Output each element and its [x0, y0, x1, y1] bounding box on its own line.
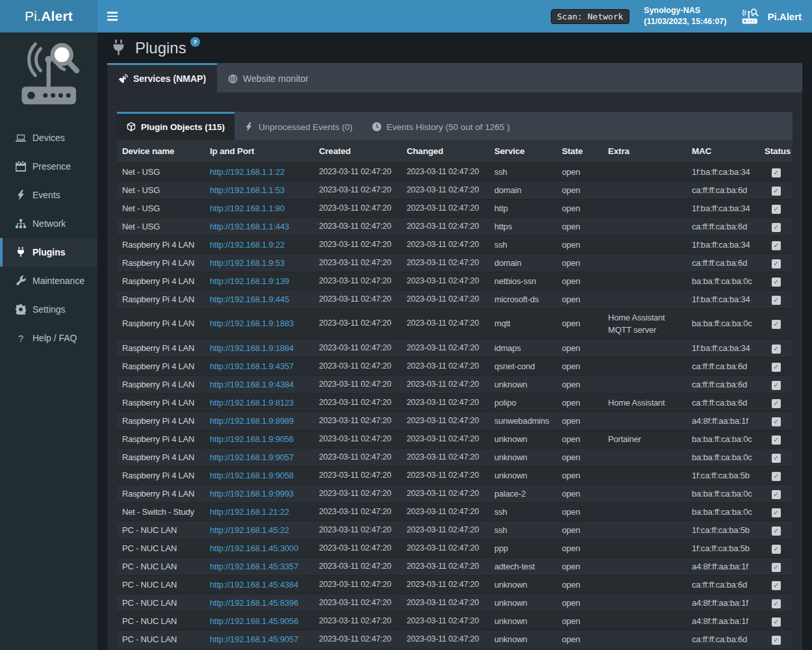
col-device-name[interactable]: Device name: [117, 140, 205, 162]
extra-cell: [603, 484, 687, 502]
subtab-unprocessed-events[interactable]: Unprocessed Events (0): [235, 112, 362, 140]
navbar-brand-right[interactable]: Pi.Alert: [741, 8, 802, 25]
state-cell: open: [557, 502, 603, 521]
ip-port-link[interactable]: http://192.168.1.1:443: [210, 222, 289, 231]
ip-port-link[interactable]: http://192.168.1.9:9058: [210, 471, 294, 480]
service-cell: sunwebadmins: [489, 411, 557, 430]
checkbox-checked-icon[interactable]: ✓: [772, 526, 781, 536]
ip-port-link[interactable]: http://192.168.1.9:139: [210, 276, 289, 286]
checkbox-checked-icon[interactable]: ✓: [772, 563, 781, 572]
status-cell: ✓: [759, 557, 793, 575]
mac-cell: ba:ba:ff:ca:ba:0c: [687, 448, 759, 466]
checkbox-checked-icon[interactable]: ✓: [772, 363, 781, 372]
ip-port-link[interactable]: http://192.168.1.45:22: [210, 525, 289, 535]
sidebar-item-maintenance[interactable]: Maintenance: [0, 266, 97, 295]
ip-port-link[interactable]: http://192.168.1.9:1884: [210, 343, 294, 353]
sidebar-item-devices[interactable]: Devices: [0, 124, 97, 152]
checkbox-checked-icon[interactable]: ✓: [772, 472, 781, 481]
ip-port-link[interactable]: http://192.168.1.45:3357: [210, 562, 298, 571]
checkbox-checked-icon[interactable]: ✓: [772, 381, 781, 390]
sidebar-item-settings[interactable]: Settings: [0, 295, 97, 324]
ip-port-link[interactable]: http://192.168.1.9:8123: [210, 398, 294, 408]
state-cell: open: [557, 521, 603, 539]
mac-cell: ca:ff:ff:ca:ba:6d: [687, 375, 759, 393]
col-ip-port[interactable]: Ip and Port: [205, 140, 314, 162]
col-changed[interactable]: Changed: [401, 140, 489, 162]
col-extra[interactable]: Extra: [603, 140, 687, 162]
checkbox-checked-icon[interactable]: ✓: [772, 223, 781, 232]
checkbox-checked-icon[interactable]: ✓: [772, 296, 781, 305]
ip-port-link[interactable]: http://192.168.1.21:22: [210, 507, 289, 517]
checkbox-checked-icon[interactable]: ✓: [772, 168, 781, 177]
ip-port-link[interactable]: http://192.168.1.9:9993: [210, 489, 294, 499]
service-cell: unknown: [489, 575, 557, 593]
checkbox-checked-icon[interactable]: ✓: [772, 259, 781, 268]
checkbox-checked-icon[interactable]: ✓: [772, 508, 781, 517]
ip-port-link[interactable]: http://192.168.1.9:4357: [210, 361, 294, 371]
checkbox-checked-icon[interactable]: ✓: [772, 320, 781, 329]
changed-cell: 2023-03-11 02:47:20: [401, 357, 489, 375]
ip-port-link[interactable]: http://192.168.1.9:8989: [210, 416, 294, 426]
checkbox-checked-icon[interactable]: ✓: [772, 187, 781, 196]
ip-port-link[interactable]: http://192.168.1.45:9057: [210, 634, 298, 644]
checkbox-checked-icon[interactable]: ✓: [772, 545, 781, 554]
tab-label: Services (NMAP): [133, 73, 206, 84]
help-badge[interactable]: ?: [190, 37, 200, 47]
hamburger-icon[interactable]: [97, 0, 127, 32]
col-status[interactable]: Status: [759, 140, 793, 162]
tab-services-nmap[interactable]: Services (NMAP): [107, 63, 217, 92]
ip-port-link[interactable]: http://192.168.1.45:4384: [210, 580, 298, 590]
col-state[interactable]: State: [557, 140, 603, 162]
checkbox-checked-icon[interactable]: ✓: [772, 278, 781, 287]
checkbox-checked-icon[interactable]: ✓: [772, 454, 781, 463]
col-created[interactable]: Created: [314, 140, 401, 162]
tab-website-monitor[interactable]: Website monitor: [217, 63, 320, 92]
services-table: Device name Ip and Port Created Changed …: [117, 140, 793, 649]
ip-port-link[interactable]: http://192.168.1.9:22: [210, 240, 285, 250]
checkbox-checked-icon[interactable]: ✓: [772, 581, 781, 590]
col-service[interactable]: Service: [489, 140, 557, 162]
checkbox-checked-icon[interactable]: ✓: [772, 436, 781, 445]
checkbox-checked-icon[interactable]: ✓: [772, 344, 781, 354]
ip-port-link[interactable]: http://192.168.1.9:1883: [210, 318, 294, 328]
checkbox-checked-icon[interactable]: ✓: [772, 618, 781, 627]
sidebar-item-network[interactable]: Network: [0, 209, 97, 238]
ip-port-link[interactable]: http://192.168.1.45:9056: [210, 616, 298, 626]
state-cell: open: [557, 199, 603, 217]
ip-port-link[interactable]: http://192.168.1.45:3000: [210, 543, 298, 553]
checkbox-checked-icon[interactable]: ✓: [772, 417, 781, 426]
sidebar-item-help[interactable]: ? Help / FAQ: [0, 324, 97, 352]
status-cell: ✓: [759, 539, 793, 557]
state-cell: open: [557, 575, 603, 593]
checkbox-checked-icon[interactable]: ✓: [772, 241, 781, 250]
status-cell: ✓: [759, 521, 793, 539]
checkbox-checked-icon[interactable]: ✓: [772, 490, 781, 499]
ip-port-link[interactable]: http://192.168.1.1:53: [210, 185, 285, 195]
checkbox-checked-icon[interactable]: ✓: [772, 636, 781, 645]
ip-port-link[interactable]: http://192.168.1.9:9057: [210, 452, 294, 462]
sidebar-item-plugins[interactable]: Plugins: [0, 238, 97, 266]
brand-logo[interactable]: Pi.Alert: [0, 0, 97, 32]
ip-port-link[interactable]: http://192.168.1.45:8396: [210, 598, 298, 608]
subtab-plugin-objects[interactable]: Plugin Objects (115): [117, 112, 235, 140]
device-name-cell: Raspberry Pi 4 LAN: [117, 357, 205, 375]
ip-port-link[interactable]: http://192.168.1.9:445: [210, 294, 289, 304]
service-cell: polipo: [489, 393, 557, 411]
ip-port-link[interactable]: http://192.168.1.1:22: [210, 167, 285, 177]
table-row: PC - NUC LAN http://192.168.1.45:4384 20…: [117, 575, 793, 593]
sidebar-item-presence[interactable]: Presence: [0, 152, 97, 181]
col-mac[interactable]: MAC: [687, 140, 759, 162]
subtab-events-history[interactable]: Events History (50 out of 1265 ): [362, 112, 520, 140]
created-cell: 2023-03-11 02:47:20: [314, 502, 401, 521]
ip-port-link[interactable]: http://192.168.1.1:80: [210, 203, 285, 213]
status-cell: ✓: [759, 612, 793, 630]
ip-port-link[interactable]: http://192.168.1.9:53: [210, 258, 285, 268]
checkbox-checked-icon[interactable]: ✓: [772, 599, 781, 608]
sidebar-item-events[interactable]: Events: [0, 181, 97, 209]
checkbox-checked-icon[interactable]: ✓: [772, 399, 781, 408]
ip-port-link[interactable]: http://192.168.1.9:9056: [210, 434, 294, 444]
extra-cell: [603, 630, 687, 648]
checkbox-checked-icon[interactable]: ✓: [772, 205, 781, 214]
ip-port-link[interactable]: http://192.168.1.9:4384: [210, 380, 294, 389]
table-row: Raspberry Pi 4 LAN http://192.168.1.9:43…: [117, 357, 793, 375]
